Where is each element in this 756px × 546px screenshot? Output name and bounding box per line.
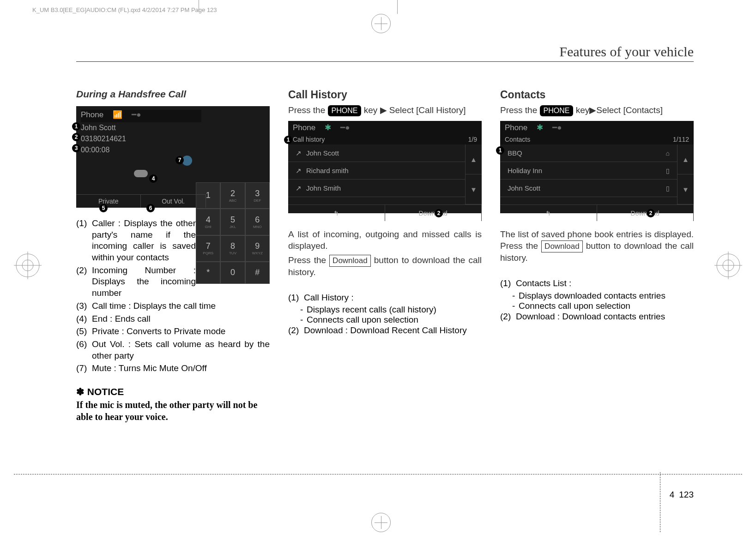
callout-5: 5 (99, 204, 108, 212)
phone-key-label: PHONE (328, 105, 362, 117)
scroll-up-icon: ▲ (466, 144, 482, 174)
desc-line-2: Press the Download button to download th… (288, 255, 482, 278)
intro-line: Press the PHONE key ▶ Select [Call Histo… (288, 105, 482, 116)
callout-3: 3 (72, 144, 80, 152)
callout-1: 1 (72, 122, 80, 131)
key-2: 2ABC (220, 182, 245, 209)
download-box: Download (329, 255, 371, 267)
callout-2: 2 (72, 133, 80, 141)
page-content: Features of your vehicle During a Handsf… (76, 44, 694, 404)
registration-target-right (714, 252, 742, 279)
item-text: Download : Download contacts entries (516, 311, 665, 323)
column-call-history: Call History Press the PHONE key ▶ Selec… (288, 89, 482, 423)
outgoing-icon: ↗ (296, 184, 302, 191)
item-num: (2) (500, 311, 516, 323)
contacts-legend: (1)Contacts List : -Displays downloaded … (500, 278, 694, 322)
key-4: 4GHI (196, 209, 220, 235)
key-0: 0 (220, 262, 245, 284)
item-num: (2) (288, 325, 304, 336)
registration-mark-top (371, 14, 391, 33)
key-hash: # (245, 262, 270, 284)
subheader: Contacts (505, 136, 530, 143)
item-num: (7) (76, 363, 92, 374)
section-number: 4 (670, 490, 675, 500)
column-contacts: Contacts Press the PHONE key▶Select [Con… (500, 89, 694, 423)
footer-dashed-vertical (660, 472, 660, 532)
key-7: 7PQRS (196, 235, 220, 262)
list-item: Holiday Inn▯ (500, 162, 677, 180)
section-title: Contacts (500, 89, 694, 101)
phone-title: Phone (81, 110, 103, 120)
volume-icon: ━● (132, 110, 141, 120)
item-text: Out Vol. : Sets call volume as heard by … (92, 339, 270, 361)
callout-6: 6 (146, 204, 155, 212)
intro-line: Press the PHONE key▶Select [Contacts] (500, 105, 694, 116)
count: 1/112 (673, 136, 689, 143)
sub-text: Connects call upon selection (307, 315, 418, 325)
download-box: Download (541, 240, 583, 252)
running-head: Features of your vehicle (76, 44, 694, 62)
phone-title: Phone (293, 123, 315, 132)
item-text: Call History : (304, 292, 354, 304)
sub-text: Connects call upon selection (519, 301, 630, 311)
callout-7: 7 (175, 156, 184, 164)
phone-title: Phone (505, 123, 527, 132)
item-text: Incoming Number : Displays the incoming … (92, 265, 196, 299)
contacts-screenshot: Phone✱━● Contacts1/112 BBQ⌂ Holiday Inn▯… (500, 121, 694, 213)
mobile-icon: ▯ (666, 167, 670, 174)
home-icon: ⌂ (666, 150, 670, 157)
key-8: 8TUV (220, 235, 245, 262)
item-text: End : Ends call (92, 313, 151, 325)
item-num: (1) (76, 218, 92, 264)
list-item: BBQ⌂ (500, 144, 677, 162)
count: 1/9 (468, 136, 477, 143)
desc-line: The list of saved phone book entries is … (500, 229, 694, 264)
scroll-up-icon: ▲ (677, 144, 694, 174)
item-num: (1) (500, 278, 516, 289)
item-num: (5) (76, 326, 92, 337)
key-3: 3DEF (245, 182, 270, 209)
registration-mark-bottom (371, 513, 391, 532)
back-button: ↰ (500, 205, 597, 221)
footer-dashed-line (14, 474, 742, 474)
back-icon: ↰ (545, 210, 551, 217)
page-number: 123 (679, 490, 694, 500)
back-button: ↰ (288, 205, 385, 221)
call-history-screenshot-wrap: Phone✱━● Call history1/9 ↗John Scott ↗Ri… (288, 121, 482, 213)
contacts-list: BBQ⌂ Holiday Inn▯ John Scott▯ (500, 144, 677, 204)
handsfree-screenshot: Phone📶━● John Scott 03180214621 00:00:08… (76, 106, 270, 208)
list-item: ↗Richard smith (288, 162, 465, 180)
notice-text: If the mic is muted, the other party wil… (76, 399, 270, 423)
file-metadata: K_UM B3.0[EE_EG]AUDIO:CM (FL).qxd 4/2/20… (32, 6, 217, 13)
scroll-down-icon: ▼ (466, 174, 482, 204)
download-button: Download (597, 205, 694, 221)
contacts-screenshot-wrap: Phone✱━● Contacts1/112 BBQ⌂ Holiday Inn▯… (500, 121, 694, 213)
key-star: * (196, 262, 220, 284)
callout-4: 4 (149, 174, 157, 183)
subheader: Call history (293, 136, 325, 143)
list-footer: ↰ Download (288, 204, 482, 221)
item-text: Private : Converts to Private mode (92, 326, 225, 337)
item-text: Download : Download Recent Call History (304, 325, 467, 336)
list-item: ↗John Scott (288, 144, 465, 162)
back-icon: ↰ (333, 210, 339, 217)
phone-key-label: PHONE (540, 105, 574, 117)
list-item: John Scott▯ (500, 180, 677, 197)
item-text: Mute : Turns Mic Mute On/Off (92, 363, 207, 374)
handsfree-screenshot-wrap: Phone📶━● John Scott 03180214621 00:00:08… (76, 106, 270, 208)
list-footer: ↰ Download (500, 204, 694, 221)
private-button: Private (76, 194, 141, 208)
incoming-number: 03180214621 (81, 133, 201, 144)
item-text: Caller : Displays the other party's name… (92, 218, 196, 264)
volume-icon: ━● (340, 123, 350, 132)
volume-icon: ━● (552, 123, 562, 132)
key-9: 9WXYZ (245, 235, 270, 262)
signal-icon: 📶 (113, 110, 122, 120)
call-list: ↗John Scott ↗Richard smith ↗John Smith (288, 144, 465, 204)
sub-text: Displays downloaded contacts entries (519, 291, 665, 301)
call-history-screenshot: Phone✱━● Call history1/9 ↗John Scott ↗Ri… (288, 121, 482, 213)
call-history-legend: (1)Call History : -Displays recent calls… (288, 292, 482, 336)
download-button: Download (385, 205, 482, 221)
page-footer: 4 123 (76, 490, 694, 500)
column-handsfree: During a Handsfree Call Phone📶━● John Sc… (76, 89, 270, 423)
